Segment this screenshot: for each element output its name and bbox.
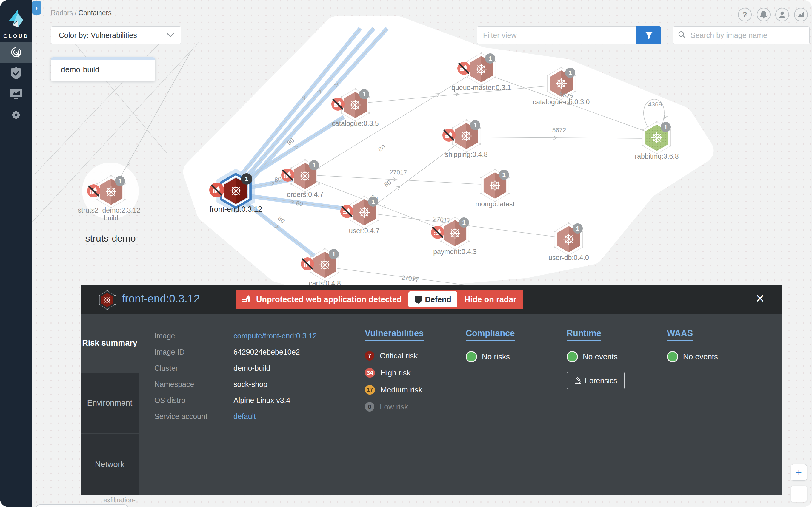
edge-port-label: 5672 bbox=[552, 126, 566, 133]
kubernetes-wheel-icon bbox=[476, 64, 487, 74]
field-value: 6429024ebebe10e2 bbox=[234, 348, 300, 356]
node-label: orders:0.4.7 bbox=[287, 190, 323, 198]
svg-text:1: 1 bbox=[462, 219, 466, 226]
struts-demo-cluster-label[interactable]: struts-demo bbox=[85, 233, 136, 244]
count-badge: 34 bbox=[365, 368, 375, 378]
filter-button[interactable] bbox=[637, 26, 661, 44]
unprotected-flag-badge bbox=[443, 128, 456, 142]
vulnerabilities-link[interactable]: Vulnerabilities bbox=[365, 328, 423, 341]
count-badge: 0 bbox=[365, 402, 374, 411]
svg-text:1: 1 bbox=[664, 123, 667, 130]
monitor-chart-icon bbox=[9, 88, 23, 100]
profile-button[interactable] bbox=[775, 8, 789, 21]
cluster-card-label: demo-build bbox=[61, 65, 155, 74]
panel-body: Risk summary Environment Network Imageco… bbox=[81, 314, 782, 495]
runtime-link[interactable]: Runtime bbox=[567, 328, 601, 341]
field-row-image: Imagecompute/front-end:0.3.12 bbox=[154, 332, 317, 340]
tab-environment[interactable]: Environment bbox=[81, 373, 139, 433]
background-node-label: exfiltration- bbox=[103, 496, 136, 504]
green-status-icon bbox=[466, 351, 477, 362]
color-by-select[interactable]: Color by: Vulnerabilities bbox=[51, 26, 181, 44]
bell-icon bbox=[759, 10, 768, 19]
hide-on-radar-button[interactable]: Hide on radar bbox=[464, 295, 516, 304]
unprotected-flag-badge bbox=[457, 62, 470, 75]
svg-text:1: 1 bbox=[362, 91, 366, 98]
kubernetes-wheel-icon bbox=[300, 171, 310, 181]
field-value[interactable]: default bbox=[234, 412, 256, 421]
field-value: sock-shop bbox=[234, 380, 267, 389]
node-label: user-db:0.4.0 bbox=[548, 254, 589, 262]
svg-text:1: 1 bbox=[312, 162, 316, 169]
user-icon bbox=[778, 10, 786, 19]
chevron-down-icon bbox=[166, 33, 174, 38]
node-label: shipping:0.4.8 bbox=[445, 151, 488, 158]
node-label: struts2_demo:2.3.12_ bbox=[78, 206, 145, 214]
field-label: Image bbox=[154, 332, 234, 340]
kubernetes-wheel-icon bbox=[563, 234, 574, 244]
kubernetes-wheel-icon bbox=[350, 100, 361, 110]
waas-status: No events bbox=[667, 351, 718, 362]
field-label: Cluster bbox=[154, 364, 234, 373]
sidebar-item-monitor[interactable] bbox=[0, 83, 32, 104]
zoom-in-button[interactable]: + bbox=[791, 464, 807, 481]
svg-text:1: 1 bbox=[502, 171, 506, 178]
sidebar-item-defend[interactable] bbox=[0, 63, 32, 83]
unprotected-flag-badge bbox=[340, 205, 353, 218]
demo-build-cluster-card[interactable]: demo-build bbox=[51, 57, 155, 81]
svg-text:1: 1 bbox=[332, 250, 336, 258]
node-label: queue-master:0.3.1 bbox=[451, 84, 511, 92]
svg-text:1: 1 bbox=[576, 225, 579, 232]
field-value[interactable]: compute/front-end:0.3.12 bbox=[234, 332, 317, 340]
defend-button[interactable]: Defend bbox=[408, 291, 457, 307]
green-status-icon bbox=[567, 351, 578, 362]
sidebar-expand-button[interactable]: › bbox=[32, 1, 41, 15]
field-label: OS distro bbox=[154, 396, 234, 405]
kubernetes-wheel-icon bbox=[651, 132, 662, 143]
vulnerability-row-low-risk: 0Low risk bbox=[365, 402, 408, 411]
risk-label: Medium risk bbox=[380, 385, 422, 395]
node-label: rabbitmq:3.6.8 bbox=[635, 152, 678, 160]
node-label: mongo:latest bbox=[475, 200, 515, 208]
vulnerability-row-critical-risk: 7Critical risk bbox=[365, 351, 418, 360]
breadcrumb-radars[interactable]: Radars bbox=[51, 9, 73, 17]
cluster-card-accent-strip bbox=[51, 57, 155, 60]
sidebar-item-settings[interactable] bbox=[0, 104, 32, 125]
stats-button[interactable] bbox=[794, 8, 808, 21]
kubernetes-wheel-icon bbox=[490, 180, 500, 191]
field-value: demo-build bbox=[234, 364, 270, 373]
close-icon[interactable]: ✕ bbox=[755, 292, 765, 305]
search-input[interactable] bbox=[673, 26, 810, 44]
gear-icon bbox=[10, 109, 22, 121]
filter-view-input[interactable] bbox=[477, 26, 637, 44]
kubernetes-wheel-icon bbox=[461, 131, 472, 142]
svg-text:1: 1 bbox=[245, 175, 248, 182]
prisma-cloud-logo[interactable] bbox=[6, 8, 26, 31]
svg-text:1: 1 bbox=[489, 55, 492, 62]
partial-cluster-card bbox=[36, 505, 129, 507]
field-row-image-id: Image ID6429024ebebe10e2 bbox=[154, 348, 300, 356]
tab-network[interactable]: Network bbox=[81, 434, 139, 495]
tab-risk-summary[interactable]: Risk summary bbox=[81, 314, 139, 372]
compliance-link[interactable]: Compliance bbox=[466, 328, 515, 341]
waas-link[interactable]: WAAS bbox=[667, 328, 693, 341]
runtime-status: No events bbox=[567, 351, 618, 362]
field-label: Image ID bbox=[154, 348, 234, 356]
forensics-button[interactable]: Forensics bbox=[567, 372, 624, 390]
kubernetes-wheel-icon bbox=[106, 186, 116, 197]
risk-label: High risk bbox=[380, 368, 410, 378]
shield-check-icon bbox=[10, 66, 22, 79]
kubernetes-wheel-icon bbox=[359, 207, 369, 218]
radar-icon bbox=[9, 46, 23, 59]
svg-text:1: 1 bbox=[118, 177, 122, 184]
help-button[interactable]: ? bbox=[738, 8, 752, 21]
notifications-button[interactable] bbox=[757, 8, 770, 21]
zoom-out-button[interactable]: − bbox=[791, 486, 807, 502]
unprotected-flag-badge bbox=[87, 184, 100, 198]
node-label: catalogue-db:0.3.0 bbox=[533, 98, 590, 106]
unprotected-flag-badge bbox=[301, 258, 314, 271]
panel-title: front-end:0.3.12 bbox=[122, 293, 200, 305]
kubernetes-wheel-icon bbox=[556, 78, 567, 89]
count-badge: 17 bbox=[365, 385, 375, 395]
funnel-icon bbox=[644, 31, 654, 40]
sidebar-item-radar[interactable] bbox=[0, 42, 32, 63]
